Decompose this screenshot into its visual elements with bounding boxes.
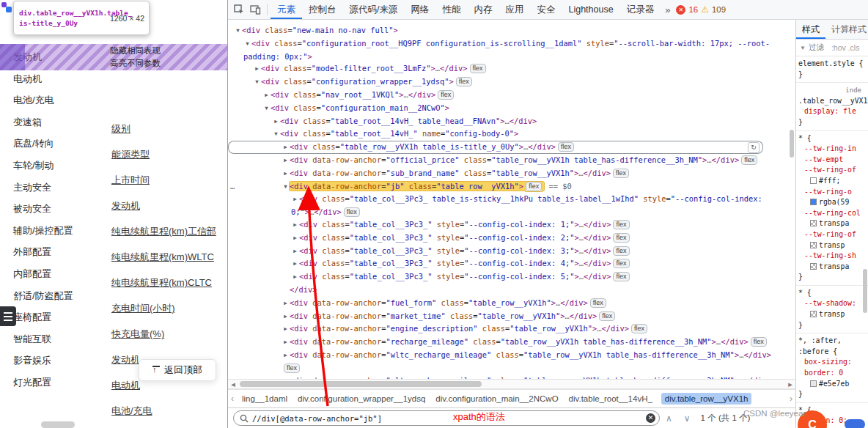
breadcrumb-item[interactable]: ling__1daml — [242, 394, 287, 403]
sidebar-item[interactable]: 主动安全 — [0, 177, 97, 199]
flex-badge[interactable]: flex — [741, 155, 757, 165]
tree-node[interactable]: ▶<div class="model-filter_root__3LmFz">…… — [228, 62, 773, 75]
css-prop-line[interactable]: border: 0 — [796, 368, 868, 379]
styles-vertical-scrollbar[interactable] — [862, 75, 868, 428]
breadcrumb-item[interactable]: div.configuration_wrapper__1ydsq — [298, 394, 425, 403]
tree-node[interactable]: ▼<div class="configuration_root__HQ9PF c… — [228, 37, 773, 63]
sidebar-item[interactable]: 辅助/操控配置 — [0, 220, 97, 242]
tree-node[interactable]: ▶<div class="table_col__3Pc3_" style="--… — [228, 257, 773, 270]
sidebar-item[interactable]: 智能互联 — [0, 328, 97, 350]
css-prop-line[interactable]: --tw-ring-sh — [796, 251, 868, 262]
flex-badge[interactable]: flex — [470, 64, 486, 73]
css-prop-line[interactable]: --tw-ring-in — [796, 144, 868, 155]
tree-node[interactable]: ▶<div data-row-anchor="sub_brand_name" c… — [228, 167, 773, 180]
sidebar-item[interactable]: 车轮/制动 — [0, 155, 97, 177]
flex-badge[interactable]: flex — [613, 169, 629, 178]
tree-node[interactable]: ▶<div data-row-anchor="market_time" clas… — [228, 310, 773, 323]
tree-node[interactable]: ▶<div data-row-anchor="wltc_recharge_mil… — [228, 349, 773, 374]
css-sel-line[interactable]: * { — [796, 133, 868, 144]
back-to-top-button[interactable]: 返回顶部 — [139, 359, 216, 381]
param-link[interactable]: 上市时间 — [103, 167, 226, 193]
tab-网络[interactable]: 网络 — [404, 0, 435, 19]
flex-badge[interactable]: flex — [631, 324, 647, 333]
color-swatch[interactable] — [810, 199, 817, 205]
tab-安全[interactable]: 安全 — [530, 0, 562, 19]
scroll-left-icon[interactable]: ◂ — [228, 380, 238, 388]
css-prop-line[interactable]: --tw-ring-o — [796, 187, 868, 198]
tab-控制台[interactable]: 控制台 — [302, 0, 343, 19]
tree-vertical-scrollbar[interactable] — [789, 20, 795, 379]
css-sel-line[interactable]: element.style { — [796, 59, 868, 70]
tab-源代码/来源[interactable]: 源代码/来源 — [343, 0, 405, 19]
device-toolbar-icon[interactable] — [248, 2, 262, 17]
find-next-icon[interactable]: ∨ — [678, 413, 696, 424]
tab-性能[interactable]: 性能 — [435, 0, 467, 19]
tree-node[interactable]: ▶<div class="table_col__3Pc3_" style="--… — [228, 218, 773, 232]
flex-badge[interactable]: flex — [613, 272, 629, 281]
flex-badge[interactable]: flex — [590, 298, 606, 308]
css-val-line[interactable]: transp — [796, 240, 868, 251]
tab-记录器[interactable]: 记录器 — [620, 0, 661, 19]
error-icon[interactable]: ✕ — [676, 5, 685, 15]
sidebar-item[interactable]: 灯光配置 — [0, 372, 97, 394]
tree-node[interactable]: ▶<div class="table_row__yVX1h table_is-t… — [228, 141, 763, 154]
tree-node[interactable]: ▶<div class="table_col__3Pc3_" style="--… — [228, 232, 773, 245]
sidebar-item[interactable]: 影音娱乐 — [0, 350, 97, 372]
tree-node[interactable]: ▶<div class="table_col__3Pc3_" style="--… — [228, 245, 773, 258]
find-previous-icon[interactable]: ∧ — [660, 413, 678, 424]
hscroll-thumb[interactable] — [240, 381, 482, 387]
tree-node[interactable]: ▼<div class="table_root__14vH_" name="co… — [228, 128, 773, 141]
flex-badge[interactable]: flex — [526, 182, 542, 191]
styles-tab-计算样式[interactable]: 计算样式 — [825, 20, 868, 39]
css-prop-line[interactable]: --tw-shadow: — [796, 298, 868, 309]
color-swatch[interactable] — [810, 263, 817, 270]
tree-node[interactable]: ▶<div class="table_col__3Pc3_ table_is-s… — [228, 193, 773, 218]
tree-node[interactable]: ▼<div class="configuration_wrapper__1yds… — [228, 75, 773, 89]
css-sel-line[interactable]: * { — [796, 288, 868, 299]
scroll-into-view-icon[interactable]: ↻ — [748, 142, 760, 153]
pseudo-class-toggles[interactable]: :hov .cls — [831, 43, 860, 52]
flex-badge[interactable]: flex — [438, 90, 454, 100]
flex-badge[interactable]: flex — [599, 311, 615, 321]
css-val-line[interactable]: #e5e7eb — [796, 379, 868, 390]
tab-Lighthouse[interactable]: Lighthouse — [562, 0, 619, 19]
css-prop-line[interactable]: display: fle — [796, 106, 868, 117]
flex-badge[interactable]: flex — [456, 77, 472, 86]
tree-node[interactable]: ▶<div class="nav_root__1VKQl">…</div>fle… — [228, 89, 773, 102]
sidebar-item[interactable]: 电池/充电 — [0, 89, 97, 111]
tree-node[interactable]: ▶<div class="table_col__3Pc3_" style="--… — [228, 270, 773, 284]
tab-应用[interactable]: 应用 — [499, 0, 530, 19]
flex-badge[interactable]: flex — [558, 142, 574, 152]
tree-node[interactable]: ▶<div data-row-anchor="fuel_form" class=… — [228, 297, 773, 310]
sidebar-item[interactable]: 外部配置 — [0, 241, 97, 263]
css-val-line[interactable]: #fff; — [796, 176, 868, 187]
tree-node[interactable]: ▶<div data-row-anchor="recharge_mileage"… — [228, 336, 773, 349]
tab-内存[interactable]: 内存 — [467, 0, 499, 19]
flex-badge[interactable]: flex — [751, 337, 767, 347]
breadcrumb-item[interactable]: div.table_row__yVX1h — [661, 393, 752, 405]
tree-node[interactable]: </div> — [228, 284, 773, 297]
css-prop-line[interactable]: --tw-empt — [796, 155, 868, 166]
tree-node[interactable]: ▶<div data-row-anchor="official_price" c… — [228, 154, 773, 167]
param-link[interactable]: 纯电续航里程(km)WLTC — [103, 244, 226, 270]
css-prop-line[interactable]: box-sizing: — [796, 357, 868, 368]
page-scrollbar-thumb[interactable] — [41, 421, 75, 428]
color-swatch[interactable] — [810, 177, 817, 184]
inspect-element-icon[interactable] — [232, 2, 246, 17]
sidebar-item[interactable]: 内部配置 — [0, 263, 97, 285]
param-link[interactable]: 发动机 — [103, 193, 226, 218]
css-val-line[interactable]: transp — [796, 309, 868, 320]
css-val-line[interactable]: transpa — [796, 218, 868, 229]
css-prop-line[interactable]: --tw-ring-of — [796, 165, 868, 176]
css-prop-line[interactable]: --tw-ring-col — [796, 208, 868, 219]
warning-icon[interactable]: ⚠ — [701, 4, 709, 15]
sidebar-item[interactable]: 电动机 — [0, 68, 97, 90]
scroll-right-icon[interactable]: ▸ — [785, 380, 795, 388]
breadcrumb-scroll-right-icon[interactable]: › — [787, 394, 795, 404]
tree-node[interactable]: ▼<div class="new-main no-nav full"> — [228, 24, 773, 37]
flex-badge[interactable]: flex — [613, 246, 629, 256]
flex-badge[interactable]: flex — [613, 233, 629, 243]
sidebar-item[interactable]: 底盘/转向 — [0, 133, 97, 155]
css-val-line[interactable]: rgba(59 — [796, 197, 868, 208]
tab-元素[interactable]: 元素 — [271, 0, 302, 19]
